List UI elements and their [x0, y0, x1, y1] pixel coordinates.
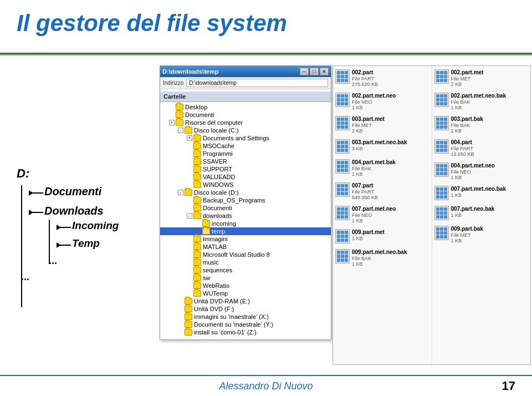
file-icon — [335, 249, 350, 263]
folder-icon — [202, 220, 210, 227]
folder-item[interactable]: Documenti — [160, 111, 331, 119]
folder-item[interactable]: Unità DVD (F:) — [160, 305, 331, 313]
folder-icon — [193, 135, 201, 141]
file-entry[interactable]: 003.part.met.neo.bak3 KB — [335, 139, 429, 154]
folder-item[interactable]: SUPPORT — [160, 165, 331, 173]
file-entry[interactable]: 003.part.metFile MET2 KB — [335, 116, 429, 134]
folder-item[interactable]: sw — [160, 274, 331, 282]
file-entry[interactable]: 007.part.met.neo.bak1 KB — [434, 186, 529, 200]
folder-item[interactable]: MATLAB — [160, 243, 331, 251]
tree-toggle[interactable]: + — [187, 135, 192, 141]
file-name: 004.part — [451, 139, 529, 146]
arrow-temp — [57, 242, 61, 248]
folder-item[interactable]: install su 'como-01' (Z:) — [160, 328, 331, 336]
folder-item[interactable]: +Documents and Settings — [160, 134, 331, 142]
tree-toggle[interactable]: - — [178, 190, 183, 195]
file-size: 1 KB — [451, 175, 529, 180]
file-icon — [434, 116, 449, 130]
folder-item[interactable]: -Disco locale (D:) — [160, 189, 331, 196]
folder-item[interactable]: Documenti su 'maestrale' (Y:) — [160, 321, 331, 328]
folder-label: WUTemp — [203, 290, 228, 297]
folder-icon — [193, 236, 201, 242]
file-entry[interactable]: 004.part.met.bakFile BAK1 KB — [335, 159, 429, 177]
file-entry[interactable]: 003.part.bakFile BAK2 KB — [434, 116, 529, 134]
folder-item[interactable]: Microsoft Visual Studio 8 — [160, 251, 331, 258]
folder-item[interactable]: WUTemp — [160, 290, 331, 297]
file-name: 007.part.neo.bak — [451, 206, 529, 212]
folder-item[interactable]: temp — [160, 227, 331, 235]
file-info: 004.partFile PART13.650 KB — [451, 139, 529, 157]
file-entry[interactable]: 009.part.bakFile MET1 KB — [434, 226, 529, 243]
folder-item[interactable]: Documenti — [160, 204, 331, 212]
folder-label: Unità DVD (F:) — [194, 306, 234, 312]
folder-item[interactable]: WINDOWS — [160, 181, 331, 189]
close-button[interactable]: ✕ — [320, 68, 329, 75]
file-size: 1 KB — [451, 192, 529, 198]
file-type: File PART — [451, 146, 529, 151]
folder-item[interactable]: Backup_OS_Programs — [160, 196, 331, 204]
address-input[interactable]: D:\downloads\temp — [186, 79, 328, 87]
file-entry[interactable]: 002.partFile PART275.620 KB — [335, 69, 429, 87]
file-icon — [335, 116, 350, 130]
arrow-documenti — [29, 190, 33, 196]
file-info: 007.part.met.neoFile NEO1 KB — [352, 206, 429, 224]
file-size: 1 KB — [451, 105, 529, 110]
folder-item[interactable]: WebRatio — [160, 282, 331, 290]
file-entry[interactable]: 002.part.met.neo.bakFile BAK1 KB — [434, 93, 529, 110]
maximize-button[interactable]: □ — [310, 68, 319, 75]
file-entry[interactable]: 004.part.met.neoFile NEO1 KB — [434, 163, 529, 180]
folder-icon — [193, 275, 201, 281]
folder-item[interactable]: immagini su 'maestrale' (X:) — [160, 313, 331, 321]
tree-item-temp: Temp — [54, 237, 161, 250]
file-entry[interactable]: 009.part.met1 KB — [335, 229, 429, 243]
folder-icon — [185, 298, 192, 304]
folder-item[interactable]: sequences — [160, 266, 331, 274]
tree-item-incoming: Incoming — [54, 220, 161, 232]
file-type: File NEO — [352, 212, 429, 218]
minimize-button[interactable]: ─ — [300, 68, 309, 75]
file-columns: 002.partFile PART275.620 KB002.part.met.… — [333, 66, 530, 364]
tree-container: Documenti Downloads Incoming Temp ... — [17, 185, 161, 267]
folder-item[interactable]: incoming — [160, 220, 331, 227]
folder-label: Disco locale (C:) — [194, 127, 239, 134]
file-size: 2 KB — [451, 128, 529, 134]
folder-label: SSAVER — [203, 158, 227, 165]
folder-item[interactable]: -downloads — [160, 212, 331, 220]
tree-toggle[interactable]: + — [169, 120, 175, 125]
tree-toggle[interactable]: - — [187, 213, 192, 219]
folder-label: temp — [212, 228, 225, 235]
folder-item[interactable]: -Disco locale (C:) — [160, 126, 331, 134]
file-size: 1 KB — [352, 218, 429, 224]
folder-icon — [176, 104, 183, 110]
file-entry[interactable]: 004.partFile PART13.650 KB — [434, 139, 529, 157]
file-info: 007.partFile PART649.060 KB — [352, 182, 429, 200]
file-list-area: 002.partFile PART275.620 KB002.part.met.… — [332, 65, 531, 365]
folder-item[interactable]: Unità DVD-RAM (E:) — [160, 297, 331, 305]
file-entry[interactable]: 002.part.met.neoFile NEO1 KB — [335, 93, 429, 110]
folder-item[interactable]: Programmi — [160, 150, 331, 158]
file-size: 649.060 KB — [352, 195, 429, 200]
tree-toggle[interactable]: - — [178, 128, 183, 133]
file-size: 1 KB — [352, 236, 429, 241]
folder-label: WebRatio — [203, 282, 229, 289]
file-entry[interactable]: 007.part.neo.bak1 KB — [434, 206, 529, 220]
file-type: File BAK — [451, 99, 529, 105]
file-type: File NEO — [451, 169, 529, 175]
folder-item[interactable]: Immagini — [160, 235, 331, 243]
folder-item[interactable]: VALUEADD — [160, 173, 331, 181]
folder-item[interactable]: +Risorse del computer — [160, 119, 331, 126]
folder-item[interactable]: SSAVER — [160, 158, 331, 165]
label-temp: Temp — [72, 237, 100, 249]
folder-item[interactable]: music — [160, 258, 331, 266]
diagram-area: D: Documenti Downloads Incoming Temp ... — [17, 166, 161, 283]
file-entry[interactable]: 007.part.met.neoFile NEO1 KB — [335, 206, 429, 224]
folder-item[interactable]: Desktop — [160, 103, 331, 111]
folder-icon — [185, 127, 192, 134]
folder-item[interactable]: MSOCache — [160, 142, 331, 150]
file-entry[interactable]: 002.part.metFile MET2 KB — [434, 69, 529, 87]
folder-icon — [185, 329, 192, 336]
file-icon — [335, 182, 350, 197]
folder-label: sw — [203, 275, 210, 281]
file-entry[interactable]: 009.part.met.neo.bakFile BAK1 KB — [335, 249, 429, 267]
file-entry[interactable]: 007.partFile PART649.060 KB — [335, 182, 429, 200]
